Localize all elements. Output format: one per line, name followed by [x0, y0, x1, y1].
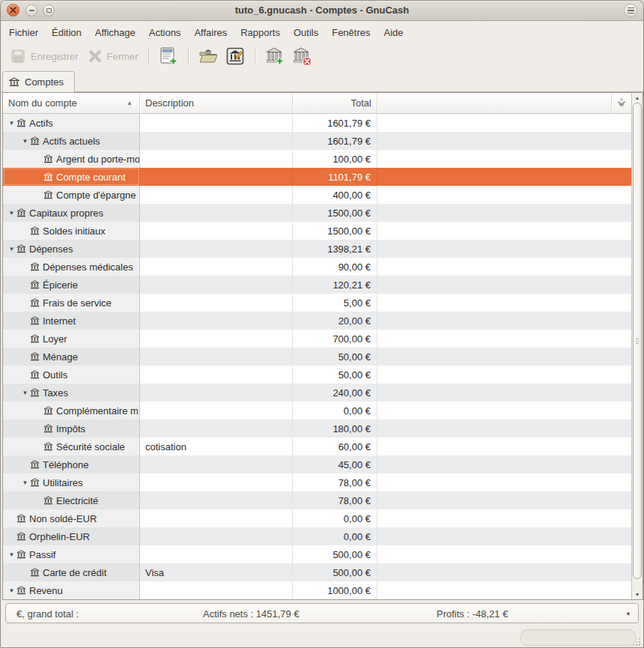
menu-fenetres[interactable]: Fenêtres [325, 23, 377, 42]
scroll-down-icon[interactable]: ▼ [632, 590, 643, 599]
account-name-cell[interactable]: Argent du porte-mo [3, 150, 140, 168]
expander-open-icon[interactable]: ▼ [20, 479, 30, 486]
table-row[interactable]: Ménage50,00 € [3, 348, 631, 366]
menu-affaires[interactable]: Affaires [187, 23, 234, 42]
account-description-cell[interactable] [140, 294, 293, 312]
close-tab-button[interactable]: Fermer [83, 46, 143, 66]
account-description-cell[interactable] [140, 509, 293, 527]
account-total-cell[interactable]: 50,00 € [293, 348, 377, 366]
account-name-cell[interactable]: Internet [3, 312, 140, 330]
account-description-cell[interactable] [140, 168, 293, 186]
account-description-cell[interactable] [140, 150, 293, 168]
account-total-cell[interactable]: 180,00 € [293, 420, 377, 437]
account-name-cell[interactable]: Dépenses médicales [3, 258, 140, 276]
account-name-cell[interactable]: ▼Utilitaires [3, 473, 140, 491]
table-row[interactable]: Orphelin-EUR0,00 € [3, 527, 631, 545]
account-total-cell[interactable]: 5,00 € [293, 294, 377, 312]
account-name-cell[interactable]: Compte courant [3, 168, 140, 186]
account-name-cell[interactable]: Ménage [3, 348, 140, 366]
expander-open-icon[interactable]: ▼ [7, 587, 16, 594]
menu-rapports[interactable]: Rapports [234, 23, 287, 42]
account-total-cell[interactable]: 500,00 € [293, 545, 377, 563]
account-description-cell[interactable] [140, 384, 293, 402]
account-name-cell[interactable]: Épicerie [3, 276, 140, 294]
expander-open-icon[interactable]: ▼ [20, 390, 30, 396]
account-name-cell[interactable]: Compte d'épargne [3, 186, 140, 204]
table-row[interactable]: Internet20,00 € [3, 312, 631, 330]
table-row[interactable]: Compte courant1101,79 € [3, 168, 631, 186]
account-total-cell[interactable]: 1601,79 € [293, 132, 377, 150]
table-row[interactable]: Outils50,00 € [3, 366, 631, 384]
table-row[interactable]: Frais de service5,00 € [3, 294, 631, 312]
account-total-cell[interactable]: 1398,21 € [293, 240, 377, 258]
account-total-cell[interactable]: 700,00 € [293, 330, 377, 348]
table-row[interactable]: Soldes initiaux1500,00 € [3, 222, 631, 240]
account-total-cell[interactable]: 100,00 € [293, 150, 377, 168]
account-description-cell[interactable] [140, 222, 293, 240]
column-chooser-button[interactable] [612, 93, 631, 113]
table-row[interactable]: Compte d'épargne400,00 € [3, 186, 631, 204]
account-name-cell[interactable]: Complémentaire m [3, 402, 140, 420]
account-name-cell[interactable]: Non soldé-EUR [3, 509, 140, 527]
account-description-cell[interactable]: cotisation [140, 437, 293, 455]
account-description-cell[interactable] [140, 527, 293, 545]
table-row[interactable]: Téléphone45,00 € [3, 455, 631, 473]
table-row[interactable]: Loyer700,00 € [3, 330, 631, 348]
expander-open-icon[interactable]: ▼ [7, 120, 16, 127]
account-total-cell[interactable]: 0,00 € [293, 527, 377, 545]
delete-account-button[interactable] [290, 45, 314, 67]
account-description-cell[interactable] [140, 581, 293, 599]
account-name-cell[interactable]: ▼Taxes [3, 384, 140, 402]
account-name-cell[interactable]: Soldes initiaux [3, 222, 140, 240]
account-description-cell[interactable] [140, 402, 293, 420]
account-description-cell[interactable] [140, 473, 293, 491]
table-row[interactable]: ▼Dépenses1398,21 € [3, 240, 631, 258]
table-row[interactable]: ▼Revenu1000,00 € [3, 581, 631, 599]
account-total-cell[interactable]: 400,00 € [293, 186, 377, 204]
account-total-cell[interactable]: 20,00 € [293, 312, 377, 330]
account-total-cell[interactable]: 120,21 € [293, 276, 377, 294]
account-total-cell[interactable]: 78,00 € [293, 473, 377, 491]
table-row[interactable]: Épicerie120,21 € [3, 276, 631, 294]
account-name-cell[interactable]: ▼Capitaux propres [3, 204, 140, 222]
table-row[interactable]: Carte de créditVisa500,00 € [3, 563, 631, 581]
account-total-cell[interactable]: 0,00 € [293, 402, 377, 420]
account-description-cell[interactable]: Visa [140, 563, 293, 581]
account-name-cell[interactable]: ▼Actifs [3, 114, 140, 132]
account-name-cell[interactable]: Electricité [3, 491, 140, 509]
table-row[interactable]: Dépenses médicales90,00 € [3, 258, 631, 276]
account-description-cell[interactable] [140, 312, 293, 330]
account-name-cell[interactable]: ▼Passif [3, 545, 140, 563]
tab-comptes[interactable]: Comptes [2, 71, 75, 92]
table-row[interactable]: Argent du porte-mo100,00 € [3, 150, 631, 168]
account-description-cell[interactable] [140, 366, 293, 384]
account-name-cell[interactable]: Outils [3, 366, 140, 384]
new-account-button[interactable] [263, 45, 287, 67]
expander-open-icon[interactable]: ▼ [7, 246, 16, 252]
account-total-cell[interactable]: 90,00 € [293, 258, 377, 276]
account-total-cell[interactable]: 240,00 € [293, 384, 377, 402]
account-description-cell[interactable] [140, 258, 293, 276]
menu-aide[interactable]: Aide [377, 23, 410, 42]
table-row[interactable]: ▼Taxes240,00 € [3, 384, 631, 402]
account-name-cell[interactable]: ▼Revenu [3, 581, 140, 599]
account-name-cell[interactable]: Loyer [3, 330, 140, 348]
open-account-button[interactable] [196, 45, 220, 67]
vertical-scrollbar[interactable]: ▲ ▼ [631, 93, 643, 599]
table-row[interactable]: Complémentaire m0,00 € [3, 402, 631, 420]
account-description-cell[interactable] [140, 330, 293, 348]
column-header-description[interactable]: Description [140, 93, 293, 113]
expander-open-icon[interactable]: ▼ [7, 551, 16, 558]
account-description-cell[interactable] [140, 240, 293, 258]
account-name-cell[interactable]: Téléphone [3, 455, 140, 473]
scrollbar-thumb[interactable] [633, 103, 642, 579]
resize-grip[interactable] [633, 638, 640, 646]
save-button[interactable]: Enregistrer [5, 46, 83, 67]
account-total-cell[interactable]: 500,00 € [293, 563, 377, 581]
menu-actions[interactable]: Actions [142, 23, 188, 42]
account-total-cell[interactable]: 1500,00 € [293, 204, 377, 222]
account-name-cell[interactable]: Sécurité sociale [3, 437, 140, 455]
titlebar[interactable]: tuto_6.gnucash - Comptes - GnuCash [1, 1, 643, 21]
account-description-cell[interactable] [140, 276, 293, 294]
table-row[interactable]: Electricité78,00 € [3, 491, 631, 509]
